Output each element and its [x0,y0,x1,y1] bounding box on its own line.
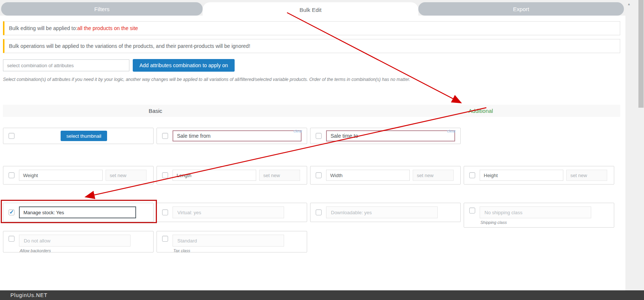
check-icon: ✓ [9,209,14,215]
shipping-class-checkbox[interactable] [469,208,475,213]
weight-checkbox[interactable] [9,172,15,178]
tab-export-label: Export [513,6,529,12]
height-checkbox[interactable] [469,172,475,178]
tax-class-input[interactable] [173,235,284,247]
tab-bulk-edit[interactable]: Bulk Edit [203,2,418,17]
field-shipping-class: Shipping class [464,203,614,228]
tax-class-checkbox[interactable] [162,236,168,242]
notice-variations: Bulk operations will be applied to the v… [3,39,620,53]
width-input[interactable] [326,170,410,181]
height-input[interactable] [480,170,563,181]
tab-filters-label: Filters [94,6,110,12]
downloadable-checkbox[interactable] [316,209,322,215]
virtual-input[interactable] [173,206,284,218]
field-length [157,166,307,185]
shipping-class-label: Shipping class [480,220,591,225]
field-height [464,166,614,185]
notice-apply-scope-highlight: all the products on the site [77,25,138,31]
tax-class-label: Tax class [173,248,284,253]
field-row-1: select thumbnail clear clear [3,128,617,144]
backorders-checkbox[interactable] [9,236,15,242]
select-thumbnail-button[interactable]: select thumbnail [61,131,107,141]
field-thumbnail: select thumbnail [3,128,154,144]
notice-apply-scope: Bulk editing will be applied to: all the… [3,21,620,35]
field-sale-time-from: clear [157,128,307,144]
weight-set-new-input[interactable] [106,170,146,181]
tab-bulk-edit-label: Bulk Edit [299,7,321,13]
backorders-label: Allow backorders [20,248,131,253]
bulk-editor-page: Filters Bulk Edit Export ▲ Bulk editing … [0,0,644,300]
field-virtual [157,203,307,222]
field-downloadable [310,203,461,222]
field-row-4: Allow backorders Tax class [3,231,617,252]
field-width [310,166,461,185]
footer-bar: PluginUs.NET [0,290,644,300]
add-attributes-combination-button[interactable]: Add attributes combination to apply on [133,59,235,72]
field-weight [3,166,154,185]
tab-filters[interactable]: Filters [1,2,203,16]
weight-input[interactable] [19,170,103,181]
field-tax-class: Tax class [157,231,307,252]
sale-time-from-input[interactable] [173,130,302,141]
length-input[interactable] [173,170,256,181]
shipping-class-input[interactable] [480,206,591,218]
field-row-2 [3,166,617,185]
section-basic-label: Basic [137,108,174,114]
length-checkbox[interactable] [162,172,168,178]
backorders-input[interactable] [19,235,131,247]
sale-time-to-checkbox[interactable] [316,133,322,139]
field-sale-time-to: clear [310,128,461,144]
virtual-checkbox[interactable] [162,209,168,215]
length-set-new-input[interactable] [259,170,300,181]
manage-stock-input[interactable] [19,206,136,218]
sale-time-to-clear-link[interactable]: clear [447,129,456,133]
scroll-up-icon[interactable]: ▲ [627,2,631,6]
footer-brand: PluginUs.NET [10,292,48,298]
section-header-bar: Basic Additional [3,105,620,117]
manage-stock-checkbox[interactable]: ✓ [9,209,15,215]
sale-time-to-input[interactable] [326,130,455,141]
width-checkbox[interactable] [316,172,322,178]
scrollbar-thumb[interactable] [638,0,644,108]
thumbnail-checkbox[interactable] [9,133,15,139]
attributes-combination-input[interactable] [3,59,129,71]
section-additional-link[interactable]: Additional [457,108,505,114]
field-row-3: ✓ Shipping class [3,203,617,228]
notice-apply-scope-text: Bulk editing will be applied to: [9,25,77,31]
sale-time-from-checkbox[interactable] [162,133,168,139]
attributes-combination-note: Select combination(s) of attributes if y… [3,77,583,82]
sale-time-from-clear-link[interactable]: clear [293,129,302,133]
field-manage-stock: ✓ [3,203,154,222]
downloadable-input[interactable] [326,206,438,218]
tab-export[interactable]: Export [418,2,624,16]
height-set-new-input[interactable] [566,170,607,181]
notice-variations-text: Bulk operations will be applied to the v… [9,43,250,49]
field-backorders: Allow backorders [3,231,154,252]
width-set-new-input[interactable] [413,170,454,181]
